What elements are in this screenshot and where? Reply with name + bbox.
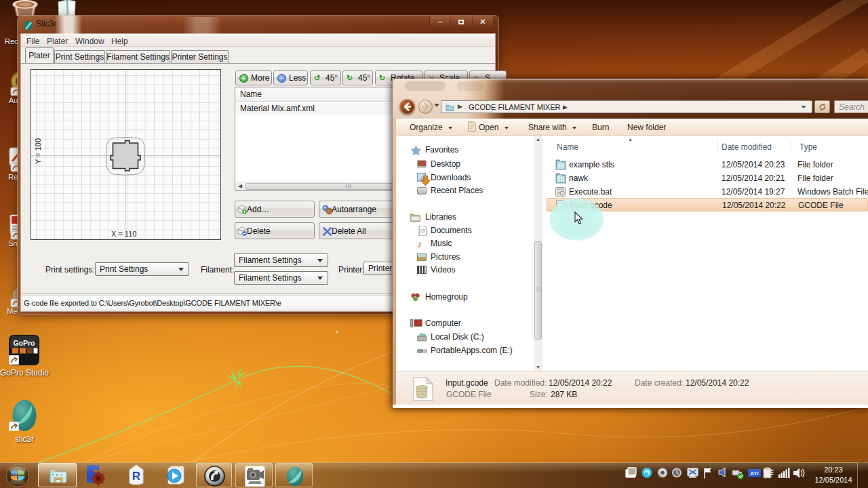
svg-text:R: R xyxy=(132,470,140,483)
svg-text:GoPro: GoPro xyxy=(13,339,35,347)
svg-text:ATI: ATI xyxy=(750,470,758,476)
